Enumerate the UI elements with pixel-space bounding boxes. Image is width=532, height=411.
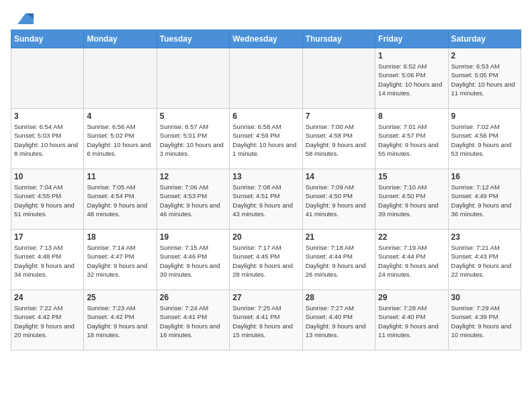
calendar-cell	[84, 48, 157, 109]
calendar-week-row: 17Sunrise: 7:13 AM Sunset: 4:48 PM Dayli…	[11, 230, 521, 290]
calendar-cell: 2Sunrise: 6:53 AM Sunset: 5:05 PM Daylig…	[448, 48, 521, 109]
calendar-cell: 21Sunrise: 7:18 AM Sunset: 4:44 PM Dayli…	[302, 230, 375, 290]
calendar-header-thursday: Thursday	[302, 30, 375, 48]
calendar-cell: 19Sunrise: 7:15 AM Sunset: 4:46 PM Dayli…	[157, 230, 229, 290]
day-info: Sunrise: 7:13 AM Sunset: 4:48 PM Dayligh…	[14, 243, 81, 279]
calendar-cell: 8Sunrise: 7:01 AM Sunset: 4:57 PM Daylig…	[375, 109, 448, 169]
day-number: 20	[232, 232, 299, 242]
day-number: 9	[451, 111, 518, 121]
calendar-cell: 4Sunrise: 6:56 AM Sunset: 5:02 PM Daylig…	[84, 109, 157, 169]
day-number: 18	[87, 232, 153, 242]
day-info: Sunrise: 7:08 AM Sunset: 4:51 PM Dayligh…	[232, 183, 299, 218]
calendar-header-tuesday: Tuesday	[157, 30, 229, 48]
calendar-header-saturday: Saturday	[448, 30, 521, 48]
page-header	[11, 11, 521, 21]
calendar-week-row: 1Sunrise: 6:52 AM Sunset: 5:06 PM Daylig…	[11, 48, 521, 109]
calendar-cell: 11Sunrise: 7:05 AM Sunset: 4:54 PM Dayli…	[84, 169, 157, 230]
day-number: 24	[14, 293, 81, 302]
day-info: Sunrise: 6:57 AM Sunset: 5:01 PM Dayligh…	[160, 122, 226, 158]
calendar-cell: 26Sunrise: 7:24 AM Sunset: 4:41 PM Dayli…	[157, 290, 229, 351]
day-info: Sunrise: 7:27 AM Sunset: 4:40 PM Dayligh…	[306, 304, 372, 339]
calendar-header-monday: Monday	[84, 30, 157, 48]
day-number: 1	[378, 51, 445, 60]
calendar-header-wednesday: Wednesday	[230, 30, 302, 48]
day-info: Sunrise: 7:22 AM Sunset: 4:42 PM Dayligh…	[14, 304, 81, 339]
logo-icon	[12, 11, 34, 27]
day-info: Sunrise: 7:28 AM Sunset: 4:40 PM Dayligh…	[378, 304, 445, 339]
calendar-cell: 3Sunrise: 6:54 AM Sunset: 5:03 PM Daylig…	[11, 109, 84, 169]
day-number: 13	[232, 172, 299, 181]
day-number: 8	[378, 111, 445, 121]
calendar-cell: 20Sunrise: 7:17 AM Sunset: 4:45 PM Dayli…	[230, 230, 302, 290]
day-info: Sunrise: 6:53 AM Sunset: 5:05 PM Dayligh…	[451, 62, 518, 97]
day-number: 17	[14, 232, 81, 242]
day-info: Sunrise: 7:24 AM Sunset: 4:41 PM Dayligh…	[160, 304, 226, 339]
day-info: Sunrise: 7:09 AM Sunset: 4:50 PM Dayligh…	[306, 183, 372, 218]
day-number: 4	[87, 111, 153, 121]
calendar-cell: 24Sunrise: 7:22 AM Sunset: 4:42 PM Dayli…	[11, 290, 84, 351]
calendar-cell: 15Sunrise: 7:10 AM Sunset: 4:50 PM Dayli…	[375, 169, 448, 230]
calendar-cell: 13Sunrise: 7:08 AM Sunset: 4:51 PM Dayli…	[230, 169, 302, 230]
day-info: Sunrise: 7:23 AM Sunset: 4:42 PM Dayligh…	[87, 304, 153, 339]
day-info: Sunrise: 7:05 AM Sunset: 4:54 PM Dayligh…	[87, 183, 153, 218]
calendar-week-row: 10Sunrise: 7:04 AM Sunset: 4:55 PM Dayli…	[11, 169, 521, 230]
day-number: 29	[378, 293, 445, 302]
calendar-cell: 10Sunrise: 7:04 AM Sunset: 4:55 PM Dayli…	[11, 169, 84, 230]
day-number: 15	[378, 172, 445, 181]
day-number: 12	[160, 172, 226, 181]
day-info: Sunrise: 7:06 AM Sunset: 4:53 PM Dayligh…	[160, 183, 226, 218]
day-number: 6	[232, 111, 299, 121]
day-number: 26	[160, 293, 226, 302]
day-number: 23	[451, 232, 518, 242]
day-info: Sunrise: 7:18 AM Sunset: 4:44 PM Dayligh…	[306, 243, 372, 279]
calendar-cell	[302, 48, 375, 109]
calendar-cell: 25Sunrise: 7:23 AM Sunset: 4:42 PM Dayli…	[84, 290, 157, 351]
day-info: Sunrise: 7:12 AM Sunset: 4:49 PM Dayligh…	[451, 183, 518, 218]
day-info: Sunrise: 7:04 AM Sunset: 4:55 PM Dayligh…	[14, 183, 81, 218]
day-info: Sunrise: 7:00 AM Sunset: 4:58 PM Dayligh…	[306, 122, 372, 158]
calendar-table: SundayMondayTuesdayWednesdayThursdayFrid…	[11, 30, 521, 351]
calendar-cell: 29Sunrise: 7:28 AM Sunset: 4:40 PM Dayli…	[375, 290, 448, 351]
calendar-cell	[230, 48, 302, 109]
day-number: 11	[87, 172, 153, 181]
calendar-header-row: SundayMondayTuesdayWednesdayThursdayFrid…	[11, 30, 521, 48]
day-number: 10	[14, 172, 81, 181]
day-number: 22	[378, 232, 445, 242]
day-number: 21	[306, 232, 372, 242]
day-number: 28	[306, 293, 372, 302]
calendar-cell	[11, 48, 84, 109]
day-number: 7	[306, 111, 372, 121]
day-info: Sunrise: 7:14 AM Sunset: 4:47 PM Dayligh…	[87, 243, 153, 279]
day-info: Sunrise: 7:10 AM Sunset: 4:50 PM Dayligh…	[378, 183, 445, 218]
day-info: Sunrise: 6:58 AM Sunset: 4:59 PM Dayligh…	[232, 122, 299, 158]
day-number: 25	[87, 293, 153, 302]
calendar-header-sunday: Sunday	[11, 30, 84, 48]
day-number: 14	[306, 172, 372, 181]
day-number: 2	[451, 51, 518, 60]
calendar-cell: 5Sunrise: 6:57 AM Sunset: 5:01 PM Daylig…	[157, 109, 229, 169]
day-info: Sunrise: 7:21 AM Sunset: 4:43 PM Dayligh…	[451, 243, 518, 279]
calendar-cell: 22Sunrise: 7:19 AM Sunset: 4:44 PM Dayli…	[375, 230, 448, 290]
day-number: 16	[451, 172, 518, 181]
day-info: Sunrise: 7:19 AM Sunset: 4:44 PM Dayligh…	[378, 243, 445, 279]
day-info: Sunrise: 6:52 AM Sunset: 5:06 PM Dayligh…	[378, 62, 445, 97]
calendar-cell: 18Sunrise: 7:14 AM Sunset: 4:47 PM Dayli…	[84, 230, 157, 290]
calendar-cell: 28Sunrise: 7:27 AM Sunset: 4:40 PM Dayli…	[302, 290, 375, 351]
day-info: Sunrise: 6:54 AM Sunset: 5:03 PM Dayligh…	[14, 122, 81, 158]
calendar-cell: 17Sunrise: 7:13 AM Sunset: 4:48 PM Dayli…	[11, 230, 84, 290]
calendar-header-friday: Friday	[375, 30, 448, 48]
calendar-cell	[157, 48, 229, 109]
day-number: 27	[232, 293, 299, 302]
day-number: 5	[160, 111, 226, 121]
calendar-cell: 27Sunrise: 7:25 AM Sunset: 4:41 PM Dayli…	[230, 290, 302, 351]
calendar-cell: 6Sunrise: 6:58 AM Sunset: 4:59 PM Daylig…	[230, 109, 302, 169]
day-info: Sunrise: 7:15 AM Sunset: 4:46 PM Dayligh…	[160, 243, 226, 279]
day-info: Sunrise: 7:02 AM Sunset: 4:56 PM Dayligh…	[451, 122, 518, 158]
day-info: Sunrise: 7:01 AM Sunset: 4:57 PM Dayligh…	[378, 122, 445, 158]
calendar-cell: 14Sunrise: 7:09 AM Sunset: 4:50 PM Dayli…	[302, 169, 375, 230]
calendar-cell: 16Sunrise: 7:12 AM Sunset: 4:49 PM Dayli…	[448, 169, 521, 230]
day-info: Sunrise: 7:29 AM Sunset: 4:39 PM Dayligh…	[451, 304, 518, 339]
calendar-cell: 23Sunrise: 7:21 AM Sunset: 4:43 PM Dayli…	[448, 230, 521, 290]
day-info: Sunrise: 7:25 AM Sunset: 4:41 PM Dayligh…	[232, 304, 299, 339]
calendar-cell: 30Sunrise: 7:29 AM Sunset: 4:39 PM Dayli…	[448, 290, 521, 351]
